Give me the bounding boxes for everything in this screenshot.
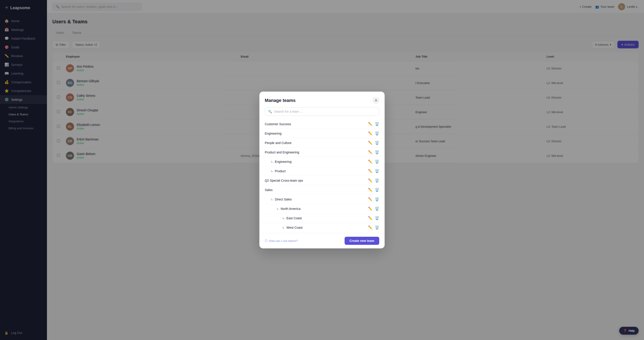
team-list-item: ↳Product ✏️ 🗑️: [260, 166, 384, 176]
team-actions: ✏️ 🗑️: [368, 197, 379, 201]
team-edit-button[interactable]: ✏️: [368, 122, 372, 126]
create-team-button[interactable]: Create new team: [344, 237, 379, 245]
team-list-item: ↳North America ✏️ 🗑️: [260, 204, 384, 214]
team-delete-button[interactable]: 🗑️: [375, 188, 379, 192]
team-delete-button[interactable]: 🗑️: [375, 159, 379, 164]
team-name: People and Culture: [265, 141, 368, 145]
team-actions: ✏️ 🗑️: [368, 122, 379, 126]
team-name: Q2 Special Cross-team ops: [265, 179, 368, 182]
modal-header: Manage teams ✕: [260, 92, 384, 107]
manage-teams-modal: Manage teams ✕ 🔍 Customer Success ✏️ 🗑️ …: [260, 92, 384, 248]
search-icon: 🔍: [268, 110, 272, 113]
team-list-item: ↳East Coast ✏️ 🗑️: [260, 214, 384, 223]
team-actions: ✏️ 🗑️: [368, 207, 379, 211]
team-edit-button[interactable]: ✏️: [368, 178, 372, 183]
indent-icon: ↳: [270, 198, 273, 201]
team-delete-button[interactable]: 🗑️: [375, 141, 379, 145]
team-list-item: Customer Success ✏️ 🗑️: [260, 119, 384, 129]
team-actions: ✏️ 🗑️: [368, 169, 379, 173]
team-edit-button[interactable]: ✏️: [368, 141, 372, 145]
help-circle-icon: ⓘ: [265, 239, 268, 243]
team-name: ↳Engineering: [270, 160, 368, 163]
create-team-label: Create new team: [350, 239, 374, 243]
team-name: Product and Engineering: [265, 150, 368, 154]
team-list-item: Engineering ✏️ 🗑️: [260, 129, 384, 138]
team-actions: ✏️ 🗑️: [368, 225, 379, 230]
indent-icon: ↳: [276, 207, 279, 211]
indent-icon: ↳: [270, 160, 273, 163]
team-delete-button[interactable]: 🗑️: [375, 178, 379, 183]
team-name: ↳East Coast: [282, 216, 368, 220]
modal-close-button[interactable]: ✕: [372, 97, 379, 104]
team-list-item: Sales ✏️ 🗑️: [260, 185, 384, 195]
team-delete-button[interactable]: 🗑️: [375, 131, 379, 135]
team-list-item: ↳Direct Sales ✏️ 🗑️: [260, 195, 384, 204]
team-edit-button[interactable]: ✏️: [368, 207, 372, 211]
modal-title: Manage teams: [265, 98, 296, 103]
team-name: ↳West Coast: [282, 226, 368, 229]
team-delete-button[interactable]: 🗑️: [375, 197, 379, 201]
team-actions: ✏️ 🗑️: [368, 188, 379, 192]
team-edit-button[interactable]: ✏️: [368, 216, 372, 220]
team-edit-button[interactable]: ✏️: [368, 159, 372, 164]
indent-icon: ↳: [282, 217, 285, 220]
team-name: ↳Product: [270, 169, 368, 173]
indent-icon: ↳: [270, 169, 273, 173]
team-edit-button[interactable]: ✏️: [368, 150, 372, 154]
team-edit-button[interactable]: ✏️: [368, 131, 372, 135]
team-search-input[interactable]: [274, 110, 376, 113]
team-delete-button[interactable]: 🗑️: [375, 169, 379, 173]
team-actions: ✏️ 🗑️: [368, 159, 379, 164]
team-actions: ✏️ 🗑️: [368, 131, 379, 135]
indent-icon: ↳: [282, 226, 285, 229]
team-name: ↳North America: [276, 207, 368, 211]
help-link[interactable]: ⓘ How can I use teams?: [265, 239, 298, 243]
team-list-item: ↳West Coast ✏️ 🗑️: [260, 223, 384, 232]
team-edit-button[interactable]: ✏️: [368, 169, 372, 173]
team-delete-button[interactable]: 🗑️: [375, 216, 379, 220]
team-actions: ✏️ 🗑️: [368, 216, 379, 220]
help-fab-label: Help: [628, 329, 634, 332]
team-actions: ✏️ 🗑️: [368, 150, 379, 154]
team-list-item: ↳Engineering ✏️ 🗑️: [260, 157, 384, 166]
modal-footer: ⓘ How can I use teams? Create new team: [260, 233, 384, 248]
team-actions: ✏️ 🗑️: [368, 178, 379, 183]
team-delete-button[interactable]: 🗑️: [375, 225, 379, 230]
help-fab-icon: ❓: [623, 329, 627, 332]
team-delete-button[interactable]: 🗑️: [375, 207, 379, 211]
team-list-item: Product and Engineering ✏️ 🗑️: [260, 148, 384, 157]
help-fab[interactable]: ❓ Help: [619, 327, 639, 335]
team-edit-button[interactable]: ✏️: [368, 197, 372, 201]
team-delete-button[interactable]: 🗑️: [375, 122, 379, 126]
teams-list: Customer Success ✏️ 🗑️ Engineering ✏️ 🗑️…: [260, 118, 384, 233]
modal-overlay[interactable]: Manage teams ✕ 🔍 Customer Success ✏️ 🗑️ …: [0, 0, 644, 340]
team-list-item: Q2 Special Cross-team ops ✏️ 🗑️: [260, 176, 384, 185]
team-edit-button[interactable]: ✏️: [368, 188, 372, 192]
team-name: Engineering: [265, 132, 368, 135]
team-actions: ✏️ 🗑️: [368, 141, 379, 145]
team-name: Customer Success: [265, 122, 368, 126]
team-list-item: People and Culture ✏️ 🗑️: [260, 138, 384, 148]
help-link-label: How can I use teams?: [269, 239, 298, 243]
team-delete-button[interactable]: 🗑️: [375, 150, 379, 154]
modal-search-box[interactable]: 🔍: [265, 107, 379, 116]
team-name: ↳Direct Sales: [270, 198, 368, 201]
team-edit-button[interactable]: ✏️: [368, 225, 372, 230]
team-name: Sales: [265, 188, 368, 192]
